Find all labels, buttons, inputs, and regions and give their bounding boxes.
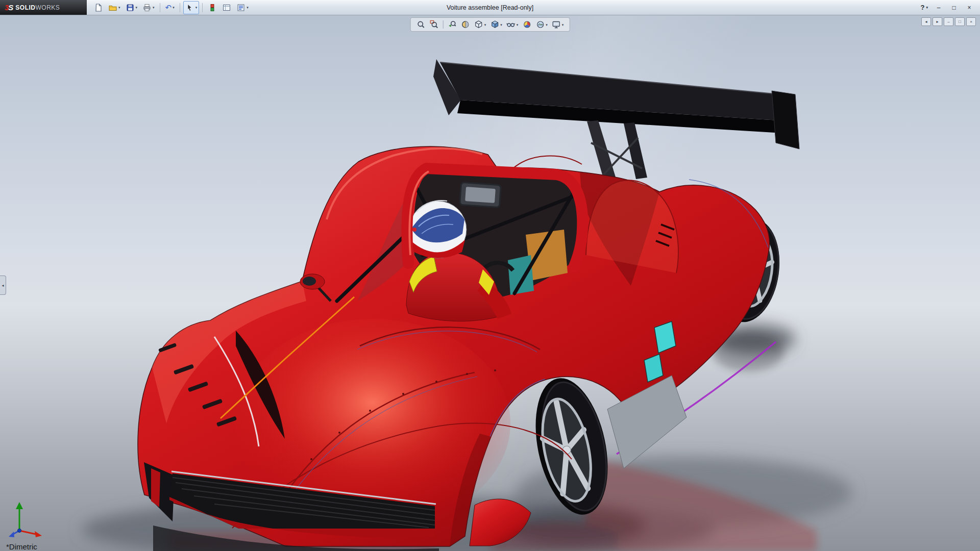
magnifier-icon: [416, 20, 426, 29]
x-axis-arrow: [35, 531, 42, 537]
graphics-viewport[interactable]: ▾ ▾ ▾ ▾ ▾ ◂ ▸: [0, 15, 980, 551]
y-axis-arrow: [16, 502, 23, 509]
close-button[interactable]: ×: [965, 3, 974, 12]
model-render-race-car[interactable]: [0, 15, 980, 551]
collapse-pane-left-button[interactable]: ◂: [921, 17, 931, 26]
new-button[interactable]: [92, 1, 105, 14]
minimize-button[interactable]: –: [934, 3, 943, 12]
view-settings-button[interactable]: ▾: [550, 19, 566, 30]
save-floppy-icon: [126, 3, 135, 12]
restore-button[interactable]: □: [949, 3, 959, 12]
zoom-to-area-button[interactable]: [428, 19, 440, 30]
dropdown-arrow-icon[interactable]: ▾: [517, 23, 519, 27]
feature-pane-collapse-tab[interactable]: ◂: [0, 276, 6, 295]
brand-name: SOLIDWORKS: [15, 4, 60, 11]
doc-close-button[interactable]: ×: [966, 17, 976, 26]
coordinate-triad: [6, 499, 52, 540]
dropdown-arrow-icon[interactable]: ▾: [136, 6, 138, 9]
help-label: ?: [921, 4, 925, 11]
options-button[interactable]: ▾: [234, 1, 251, 14]
doc-restore-button[interactable]: □: [955, 17, 965, 26]
z-axis-arrow: [9, 532, 14, 537]
dropdown-arrow-icon[interactable]: ▾: [173, 6, 175, 9]
dropdown-arrow-icon[interactable]: ▾: [484, 23, 486, 27]
toolbar-separator: [443, 20, 444, 29]
dropdown-arrow-icon[interactable]: ▾: [926, 6, 928, 9]
file-properties-icon: [222, 3, 231, 12]
cockpit-teal-panel: [508, 255, 534, 295]
open-folder-icon: [108, 3, 117, 12]
dropdown-arrow-icon[interactable]: ▾: [546, 23, 548, 27]
select-button[interactable]: ▾: [183, 1, 200, 14]
edit-appearance-button[interactable]: [521, 19, 533, 30]
solidworks-logo: 3S SOLIDWORKS: [0, 0, 87, 15]
display-states-button[interactable]: [206, 1, 219, 14]
section-view-icon: [461, 20, 470, 29]
triad-origin: [18, 529, 21, 533]
heads-up-view-toolbar: ▾ ▾ ▾ ▾ ▾: [410, 17, 570, 32]
dropdown-arrow-icon[interactable]: ▾: [153, 6, 155, 9]
monitor-icon: [552, 20, 561, 29]
zoom-to-fit-button[interactable]: [415, 19, 427, 30]
dropdown-arrow-icon[interactable]: ▾: [562, 23, 564, 27]
viewport-corner-controls: ◂ ▸ – □ ×: [921, 17, 976, 26]
shaded-cube-icon: [490, 20, 499, 29]
titlebar-right-controls: ? ▾ – □ ×: [921, 3, 980, 12]
dropdown-arrow-icon[interactable]: ▾: [118, 6, 120, 9]
driver-helmet: [409, 201, 467, 258]
view-cube-icon: [474, 20, 483, 29]
magnifier-area-icon: [430, 20, 439, 29]
print-button[interactable]: ▾: [140, 1, 157, 14]
section-view-button[interactable]: [459, 19, 472, 30]
previous-view-button[interactable]: [446, 19, 458, 30]
3ds-logo-mark: 3S: [5, 3, 13, 12]
printer-icon: [142, 3, 152, 12]
dropdown-arrow-icon[interactable]: ▾: [195, 6, 198, 9]
options-form-icon: [236, 3, 246, 12]
solidworks-window: 3S SOLIDWORKS ▾ ▾ ▾ ↶ ▾: [0, 0, 980, 551]
dropdown-arrow-icon[interactable]: ▾: [500, 23, 502, 27]
undo-button[interactable]: ↶ ▾: [163, 1, 177, 14]
save-button[interactable]: ▾: [124, 1, 140, 14]
appearance-ball-icon: [522, 20, 531, 29]
undo-arrow-icon: ↶: [165, 3, 172, 12]
doc-minimize-button[interactable]: –: [944, 17, 953, 26]
display-states-icon: [208, 3, 217, 12]
view-orientation-button[interactable]: ▾: [473, 19, 488, 30]
document-title: Voiture assemblee [Read-only]: [447, 4, 533, 11]
previous-view-icon: [448, 20, 457, 29]
toolbar-separator: [160, 3, 160, 12]
open-button[interactable]: ▾: [106, 1, 122, 14]
main-toolbar: ▾ ▾ ▾ ↶ ▾ ▾: [87, 1, 251, 14]
display-style-button[interactable]: ▾: [488, 19, 504, 30]
scene-ball-icon: [535, 20, 545, 29]
apply-scene-button[interactable]: ▾: [534, 19, 549, 30]
hide-show-items-button[interactable]: ▾: [505, 19, 520, 30]
view-orientation-label: *Dimetric: [6, 542, 37, 551]
file-properties-button[interactable]: [220, 1, 233, 14]
glasses-icon: [506, 20, 516, 29]
expand-pane-right-button[interactable]: ▸: [933, 17, 942, 26]
select-cursor-icon: [185, 3, 194, 12]
toolbar-separator: [180, 3, 180, 12]
new-document-icon: [94, 3, 103, 12]
help-button[interactable]: ? ▾: [921, 4, 928, 11]
toolbar-separator: [202, 3, 203, 12]
dropdown-arrow-icon[interactable]: ▾: [247, 6, 249, 9]
title-bar: 3S SOLIDWORKS ▾ ▾ ▾ ↶ ▾: [0, 0, 980, 15]
rear-view-mirror: [460, 182, 501, 207]
